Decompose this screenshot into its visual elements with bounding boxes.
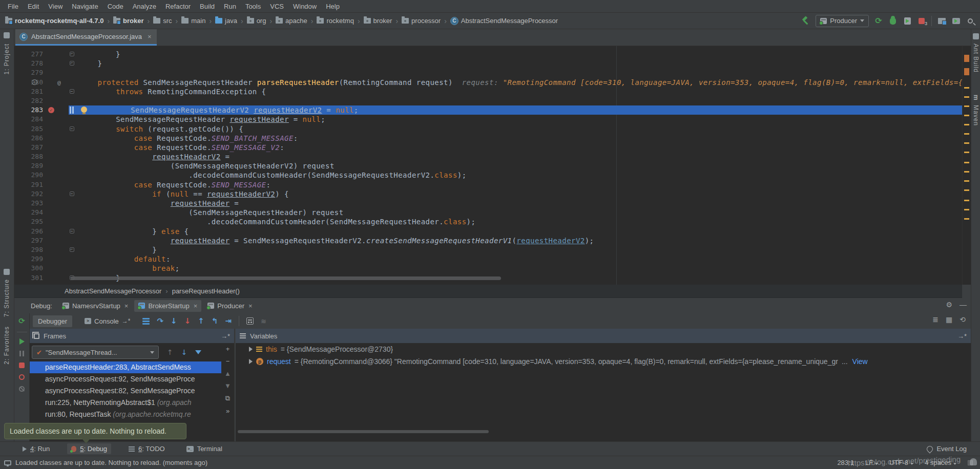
run-to-cursor-icon[interactable]: ⇥ xyxy=(225,316,232,326)
line-number[interactable]: 298 xyxy=(14,245,43,254)
remove-icon[interactable]: − xyxy=(226,357,230,365)
thread-selector[interactable]: ✔ "SendMessageThread... xyxy=(32,346,159,359)
variable-row[interactable]: prequest= {RemotingCommand@3066} "Remoti… xyxy=(236,355,971,368)
menu-item-vcs[interactable]: VCS xyxy=(265,1,288,12)
line-number[interactable]: 279 xyxy=(14,68,43,77)
code-line[interactable]: 282 xyxy=(14,96,962,105)
breadcrumb-item[interactable]: rocketmq xyxy=(317,17,353,25)
settings-gear-icon[interactable]: ⚙ xyxy=(946,301,952,309)
step-out-icon[interactable]: ↑ xyxy=(198,316,204,326)
code-line[interactable]: 281− throws RemotingCommandException { xyxy=(14,87,962,96)
line-number[interactable]: 300 xyxy=(14,264,43,273)
fold-marker-icon[interactable]: ⌐ xyxy=(70,247,74,252)
breadcrumb-item[interactable]: apache xyxy=(276,17,307,25)
previous-frame-icon[interactable]: ↑ xyxy=(167,348,173,356)
rerun-button[interactable]: ⟳ xyxy=(874,16,883,26)
frame-row[interactable]: run:225, NettyRemotingAbstract$1 (org.ap… xyxy=(30,397,221,409)
fold-marker-icon[interactable]: − xyxy=(70,229,74,233)
warning-stripe-mark[interactable] xyxy=(964,133,969,135)
sidebar-item-structure[interactable]: 7: Structure xyxy=(3,279,10,317)
tool-window-button----todo[interactable]: 6: TODO xyxy=(124,443,169,454)
breadcrumb-item[interactable]: broker xyxy=(364,17,392,25)
code-line[interactable]: 295 .decodeCommandCustomHeader(SendMessa… xyxy=(14,217,962,226)
code-line[interactable]: 288 requestHeaderV2 = xyxy=(14,152,962,161)
code-line[interactable]: 296− } else { xyxy=(14,227,962,236)
drop-frame-icon[interactable]: ↰ xyxy=(212,316,218,326)
warning-stripe-mark[interactable] xyxy=(964,115,969,116)
expand-arrow-icon[interactable] xyxy=(249,347,253,352)
menu-item-run[interactable]: Run xyxy=(219,1,241,12)
debug-session-tab-producer[interactable]: Producer× xyxy=(203,300,256,312)
warning-stripe-mark[interactable] xyxy=(964,189,969,191)
pin-icon[interactable]: →* xyxy=(221,332,230,340)
view-breakpoints-icon[interactable] xyxy=(19,374,25,380)
step-into-icon[interactable]: ↓ xyxy=(171,316,177,326)
code-line[interactable]: 286 case RequestCode.SEND_BATCH_MESSAGE: xyxy=(14,134,962,143)
breadcrumb-item[interactable]: main xyxy=(181,17,205,25)
line-number[interactable]: 293 xyxy=(14,199,43,208)
tool-window-button----run[interactable]: 4: Run xyxy=(18,443,54,454)
warning-stripe-mark[interactable] xyxy=(964,162,969,163)
add-icon[interactable]: + xyxy=(226,345,230,353)
code-line[interactable]: 293 requestHeader = xyxy=(14,199,962,208)
step-over-icon[interactable]: ↷ xyxy=(157,316,163,326)
code-line[interactable]: 298⌐ } xyxy=(14,245,962,254)
hide-icon[interactable]: — xyxy=(960,301,967,309)
line-number[interactable]: 294 xyxy=(14,208,43,217)
code-line[interactable]: 300 break; xyxy=(14,264,962,273)
stop-button[interactable]: 3 xyxy=(917,16,926,26)
code-line[interactable]: 283✓ SendMessageRequestHeaderV2 requestH… xyxy=(14,105,962,115)
tab-debugger[interactable]: Debugger xyxy=(33,315,72,327)
line-number[interactable]: 289 xyxy=(14,161,43,170)
frame-row[interactable]: parseRequestHeader:283, AbstractSendMess xyxy=(30,361,221,373)
warning-stripe-mark[interactable] xyxy=(964,180,969,182)
warning-stripe-mark[interactable] xyxy=(964,200,969,201)
code-line[interactable]: 289 (SendMessageRequestHeaderV2) request xyxy=(14,161,962,170)
fold-marker-icon[interactable]: − xyxy=(70,126,74,131)
run-anything-icon[interactable] xyxy=(951,16,961,26)
sidebar-item-maven[interactable]: Maven xyxy=(972,105,979,126)
close-icon[interactable]: × xyxy=(194,302,198,310)
menu-item-tools[interactable]: Tools xyxy=(241,1,265,12)
force-step-into-icon[interactable]: ↓ xyxy=(184,316,191,326)
fold-marker-icon[interactable]: ⌐ xyxy=(70,52,74,56)
debug-button[interactable] xyxy=(888,16,898,26)
breadcrumb-item[interactable]: broker xyxy=(113,17,143,25)
line-number[interactable]: 282 xyxy=(14,96,43,105)
structure-icon[interactable] xyxy=(4,269,10,275)
ant-build-icon[interactable] xyxy=(973,33,979,39)
line-number[interactable]: 285 xyxy=(14,124,43,134)
code-line[interactable]: 285− switch (request.getCode()) { xyxy=(14,124,962,134)
warning-stripe-mark[interactable] xyxy=(964,171,969,173)
menu-item-window[interactable]: Window xyxy=(288,1,321,12)
menu-item-help[interactable]: Help xyxy=(321,1,344,12)
code-line[interactable]: 294 (SendMessageRequestHeader) request xyxy=(14,208,962,217)
tool-window-button-terminal[interactable]: >_Terminal xyxy=(182,443,226,454)
layout-options-icon[interactable] xyxy=(142,317,150,326)
hide-frames-filter-icon[interactable] xyxy=(195,350,201,354)
code-line[interactable]: 292− if (null == requestHeaderV2) { xyxy=(14,189,962,199)
breadcrumb-item[interactable]: processor xyxy=(402,17,441,25)
variable-row[interactable]: this= {SendMessageProcessor@2730} xyxy=(236,343,971,355)
line-number[interactable]: 280 xyxy=(14,78,43,87)
close-icon[interactable]: × xyxy=(124,302,129,310)
error-stripe[interactable] xyxy=(962,46,971,285)
menu-item-file[interactable]: File xyxy=(3,1,23,12)
stop-icon[interactable] xyxy=(19,363,25,368)
fold-marker-icon[interactable]: − xyxy=(70,191,74,196)
breadcrumb-item[interactable]: src xyxy=(153,17,172,25)
frame-row[interactable]: run:80, RequestTask (org.apache.rocketmq… xyxy=(30,409,221,420)
code-line[interactable]: 287 case RequestCode.SEND_MESSAGE_V2: xyxy=(14,143,962,152)
mute-breakpoints-icon[interactable] xyxy=(19,386,25,392)
variables-horizontal-scrollbar[interactable] xyxy=(238,430,489,433)
expand-more-icon[interactable]: » xyxy=(226,407,230,415)
frame-row[interactable]: asyncProcessRequest:82, SendMessageProce xyxy=(30,385,221,397)
menu-item-analyze[interactable]: Analyze xyxy=(128,1,161,12)
line-number[interactable]: 287 xyxy=(14,143,43,152)
menu-item-navigate[interactable]: Navigate xyxy=(67,1,102,12)
pin-icon[interactable]: →* xyxy=(957,332,967,340)
override-marker-icon[interactable]: ↓ xyxy=(32,79,37,85)
evaluate-expression-icon[interactable] xyxy=(246,317,254,325)
line-number[interactable]: 288 xyxy=(14,152,43,161)
code-editor[interactable]: 277⌐ }278⌐ }279280↓@ protected SendMessa… xyxy=(14,46,962,285)
